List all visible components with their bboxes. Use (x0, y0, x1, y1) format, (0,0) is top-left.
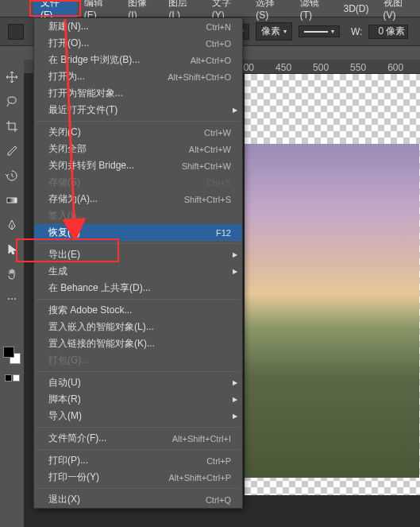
crop-tool-icon[interactable] (3, 118, 21, 135)
menubar-item[interactable]: 选择(S) (249, 0, 292, 23)
menu-item-label: 打包(G)... (48, 354, 231, 367)
menu-separator (36, 427, 241, 428)
menubar-item[interactable]: 视图(V) (376, 0, 420, 23)
menu-item[interactable]: 关闭全部Alt+Ctrl+W (34, 141, 242, 157)
menu-item-shortcut: Alt+Shift+Ctrl+I (172, 434, 231, 444)
width-input[interactable] (368, 25, 408, 39)
menu-item[interactable]: 置入链接的智能对象(K)... (34, 335, 242, 352)
menu-item[interactable]: 搜索 Adobe Stock... (34, 302, 242, 319)
default-colors-icon[interactable] (5, 374, 20, 382)
menu-separator (36, 243, 241, 244)
brush-tool-icon[interactable] (3, 142, 21, 160)
gradient-tool-icon[interactable] (3, 192, 21, 209)
menu-item-label: 导入(M) (48, 409, 231, 423)
menu-item-shortcut: Alt+Ctrl+W (189, 145, 231, 154)
color-swatches[interactable] (3, 347, 21, 364)
menu-item-shortcut: Ctrl+N (206, 22, 231, 32)
menu-item-shortcut: Alt+Shift+Ctrl+P (168, 473, 231, 482)
ruler-mark: 600 (387, 60, 403, 73)
file-menu-dropdown: 新建(N)...Ctrl+N打开(O)...Ctrl+O在 Bridge 中浏览… (33, 17, 243, 509)
menu-item-label: 打开(O)... (48, 37, 206, 50)
menu-item[interactable]: 关闭(C)Ctrl+W (34, 124, 242, 141)
menu-item-label: 存储为(A)... (48, 192, 184, 206)
menu-item[interactable]: 导入(M)▶ (34, 408, 242, 424)
submenu-arrow-icon: ▶ (233, 413, 237, 420)
menu-item-shortcut: Alt+Ctrl+O (191, 56, 231, 65)
menu-item-label: 在 Bridge 中浏览(B)... (48, 53, 191, 67)
ruler-mark: 550 (350, 60, 366, 73)
menu-item-label: 关闭并转到 Bridge... (48, 159, 182, 172)
menubar-item[interactable]: 滤镜(T) (293, 0, 337, 23)
menu-item[interactable]: 脚本(R)▶ (34, 391, 242, 408)
menubar-item[interactable]: 3D(D) (337, 1, 376, 17)
menu-item[interactable]: 退出(X)Ctrl+Q (34, 491, 242, 508)
lasso-tool-icon[interactable] (3, 93, 21, 110)
menu-item-shortcut: Ctrl+S (206, 178, 231, 188)
menu-item-label: 打开为... (48, 70, 168, 83)
tool-preset-swatch[interactable] (8, 24, 24, 40)
submenu-arrow-icon: ▶ (233, 268, 237, 275)
menu-item[interactable]: 文件简介(F)...Alt+Shift+Ctrl+I (34, 430, 242, 447)
menu-item[interactable]: 打印(P)...Ctrl+P (34, 452, 242, 469)
menu-item-label: 新建(N)... (48, 20, 206, 33)
menu-separator (36, 371, 241, 372)
menu-item[interactable]: 导出(E)▶ (34, 246, 242, 263)
tools-panel: ⋯ (0, 46, 24, 527)
menu-item: 存储(S)Ctrl+S (34, 174, 242, 191)
menu-item-shortcut: Ctrl+P (206, 456, 231, 466)
document-image[interactable] (245, 144, 419, 478)
stroke-units-select[interactable]: 像素▾ (256, 22, 292, 41)
menu-item-label: 自动(U) (48, 376, 231, 389)
width-label: W: (351, 26, 362, 37)
menu-item[interactable]: 恢复(V)F12 (34, 224, 242, 241)
menu-item-label: 存储(S) (48, 176, 206, 189)
menu-item[interactable]: 打开为...Alt+Shift+Ctrl+O (34, 68, 242, 85)
menu-item-label: 搜索 Adobe Stock... (48, 304, 231, 317)
menu-item-shortcut: Shift+Ctrl+S (184, 195, 231, 204)
menu-separator (36, 299, 241, 300)
menu-item[interactable]: 生成▶ (34, 263, 242, 280)
menu-item-label: 打印(P)... (48, 454, 206, 467)
ruler-mark: 450 (276, 60, 291, 73)
menu-item-label: 最近打开文件(T) (48, 103, 231, 117)
menu-item: 打包(G)... (34, 352, 242, 369)
menu-item[interactable]: 打开为智能对象... (34, 85, 242, 102)
menu-item[interactable]: 置入嵌入的智能对象(L)... (34, 319, 242, 335)
move-tool-icon[interactable] (3, 68, 21, 86)
hand-tool-icon[interactable] (3, 265, 21, 283)
menu-item[interactable]: 关闭并转到 Bridge...Shift+Ctrl+W (34, 157, 242, 174)
menu-item-label: 打开为智能对象... (48, 87, 231, 100)
menu-item[interactable]: 最近打开文件(T)▶ (34, 102, 242, 118)
pen-tool-icon[interactable] (3, 216, 21, 234)
menu-item-label: 置入嵌入的智能对象(L)... (48, 320, 231, 334)
menu-item[interactable]: 打印一份(Y)Alt+Shift+Ctrl+P (34, 469, 242, 486)
menu-item-label: 文件简介(F)... (48, 432, 172, 445)
menu-item-label: 打印一份(Y) (48, 471, 168, 484)
menu-item-label: 关闭(C) (48, 126, 204, 139)
menu-item[interactable]: 在 Behance 上共享(D)... (34, 280, 242, 296)
foreground-color-swatch[interactable] (3, 347, 14, 358)
svg-rect-0 (7, 198, 17, 203)
menu-item-shortcut: Shift+Ctrl+W (182, 161, 231, 171)
submenu-arrow-icon: ▶ (233, 107, 237, 114)
menu-item-label: 导出(E) (48, 248, 231, 262)
menu-item[interactable]: 自动(U)▶ (34, 374, 242, 391)
submenu-arrow-icon: ▶ (233, 396, 237, 403)
menu-item[interactable]: 新建(N)...Ctrl+N (34, 18, 242, 35)
menu-item-label: 脚本(R) (48, 393, 231, 406)
menu-item-shortcut: Alt+Shift+Ctrl+O (168, 72, 231, 82)
menu-item[interactable]: 打开(O)...Ctrl+O (34, 35, 242, 52)
menu-item-label: 关闭全部 (48, 142, 189, 156)
history-brush-icon[interactable] (3, 167, 21, 184)
menu-separator (36, 449, 241, 450)
menu-item-label: 退出(X) (48, 493, 206, 506)
menubar: 文件(F)编辑(E)图像(I)图层(L)文字(Y)选择(S)滤镜(T)3D(D)… (0, 0, 420, 17)
stroke-style-select[interactable]: ▾ (299, 25, 340, 37)
menu-item-label: 置入链接的智能对象(K)... (48, 337, 231, 351)
menu-item[interactable]: 存储为(A)...Shift+Ctrl+S (34, 191, 242, 207)
path-select-icon[interactable] (3, 241, 21, 258)
menu-item: 签入(I)... (34, 207, 242, 224)
ellipsis-icon[interactable]: ⋯ (3, 290, 21, 308)
menu-item[interactable]: 在 Bridge 中浏览(B)...Alt+Ctrl+O (34, 52, 242, 68)
submenu-arrow-icon: ▶ (233, 379, 237, 386)
